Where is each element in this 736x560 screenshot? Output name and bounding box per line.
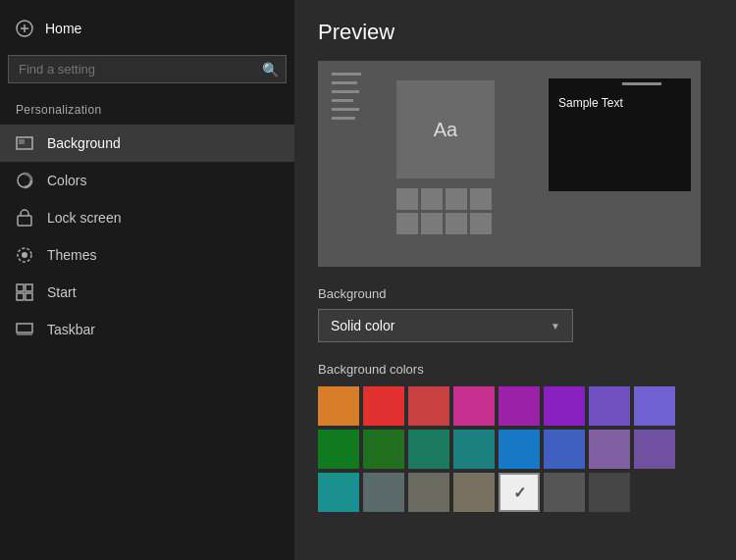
sidebar-item-home[interactable]: Home — [0, 10, 294, 51]
preview-line — [332, 117, 355, 120]
preview-line — [332, 108, 359, 111]
sidebar-item-themes[interactable]: Themes — [0, 236, 294, 274]
preview-sample-topbar — [622, 82, 661, 85]
svg-point-7 — [22, 252, 27, 258]
page-title: Preview — [318, 20, 712, 45]
home-label: Home — [45, 21, 81, 36]
color-swatch[interactable] — [544, 430, 585, 469]
home-icon — [16, 20, 33, 37]
preview-tile — [446, 188, 467, 210]
color-swatch[interactable] — [318, 430, 359, 469]
color-swatch[interactable] — [318, 473, 359, 512]
search-box: 🔍 — [8, 55, 287, 83]
color-swatch[interactable] — [408, 473, 449, 512]
dropdown-row: Solid color ▼ — [318, 309, 712, 342]
colors-label: Colors — [47, 173, 86, 188]
preview-line — [332, 73, 361, 76]
color-swatch[interactable] — [634, 430, 675, 469]
sidebar-item-lock-screen[interactable]: Lock screen — [0, 199, 294, 236]
color-swatch[interactable] — [453, 473, 495, 512]
background-section-label: Background — [318, 286, 712, 301]
bg-colors-label: Background colors — [318, 362, 712, 377]
svg-rect-13 — [17, 324, 32, 332]
color-swatch[interactable] — [589, 473, 630, 512]
dropdown-value: Solid color — [331, 318, 394, 333]
themes-icon — [16, 246, 33, 264]
preview-aa: Aa — [396, 80, 495, 178]
preview-tile — [446, 213, 467, 234]
preview-inner: Aa Sample Text — [318, 61, 701, 267]
svg-rect-12 — [26, 293, 32, 300]
preview-tile — [396, 213, 418, 234]
color-swatch[interactable] — [408, 430, 449, 469]
background-type-dropdown[interactable]: Solid color ▼ — [318, 309, 573, 342]
preview-lines — [332, 73, 361, 120]
svg-rect-14 — [17, 333, 32, 335]
color-swatch[interactable] — [589, 430, 630, 469]
background-icon — [16, 134, 33, 152]
color-swatch[interactable] — [453, 430, 495, 469]
preview-line — [332, 81, 357, 84]
color-swatch[interactable] — [634, 386, 675, 426]
color-grid: ✓ — [318, 386, 712, 512]
color-swatch[interactable] — [408, 386, 449, 426]
color-swatch[interactable] — [589, 386, 630, 426]
svg-rect-6 — [18, 216, 31, 226]
chevron-down-icon: ▼ — [551, 321, 560, 331]
section-title: Personalization — [0, 99, 294, 125]
background-label: Background — [47, 135, 121, 151]
svg-rect-11 — [17, 293, 24, 300]
sidebar-item-background[interactable]: Background — [0, 125, 294, 162]
preview-tile — [421, 213, 443, 234]
preview-tile — [396, 188, 418, 210]
start-label: Start — [47, 284, 77, 300]
taskbar-icon — [16, 321, 33, 338]
preview-tile — [421, 188, 443, 210]
preview-sample-block: Sample Text — [549, 78, 691, 191]
search-input[interactable] — [8, 55, 287, 83]
preview-tile — [470, 213, 492, 234]
color-swatch[interactable] — [363, 473, 404, 512]
lock-screen-label: Lock screen — [47, 210, 121, 226]
colors-icon — [16, 172, 33, 189]
sidebar-item-start[interactable]: Start — [0, 274, 294, 311]
svg-rect-10 — [26, 284, 32, 291]
preview-line — [332, 90, 359, 93]
sample-text: Sample Text — [558, 96, 623, 110]
color-swatch[interactable] — [544, 386, 585, 426]
color-swatch[interactable] — [499, 386, 540, 426]
preview-tiles — [396, 188, 492, 234]
themes-label: Themes — [47, 247, 97, 263]
sidebar-item-colors[interactable]: Colors — [0, 162, 294, 199]
svg-rect-9 — [17, 284, 24, 291]
svg-rect-4 — [19, 139, 25, 144]
main-content: Preview Aa — [294, 0, 736, 560]
color-swatch[interactable] — [544, 473, 585, 512]
color-swatch[interactable] — [499, 430, 540, 469]
color-swatch[interactable] — [363, 430, 404, 469]
color-swatch[interactable] — [318, 386, 359, 426]
sidebar-item-taskbar[interactable]: Taskbar — [0, 311, 294, 348]
color-swatch[interactable] — [363, 386, 404, 426]
search-icon-button[interactable]: 🔍 — [262, 62, 279, 77]
start-icon — [16, 283, 33, 301]
selected-checkmark: ✓ — [513, 484, 526, 502]
lock-screen-icon — [16, 209, 33, 227]
preview-tile — [470, 188, 492, 210]
color-swatch[interactable] — [453, 386, 495, 426]
taskbar-label: Taskbar — [47, 322, 95, 337]
color-swatch[interactable]: ✓ — [499, 473, 540, 512]
preview-box: Aa Sample Text — [318, 61, 701, 267]
preview-line — [332, 99, 353, 102]
sidebar: Home 🔍 Personalization Background Colors — [0, 0, 294, 560]
